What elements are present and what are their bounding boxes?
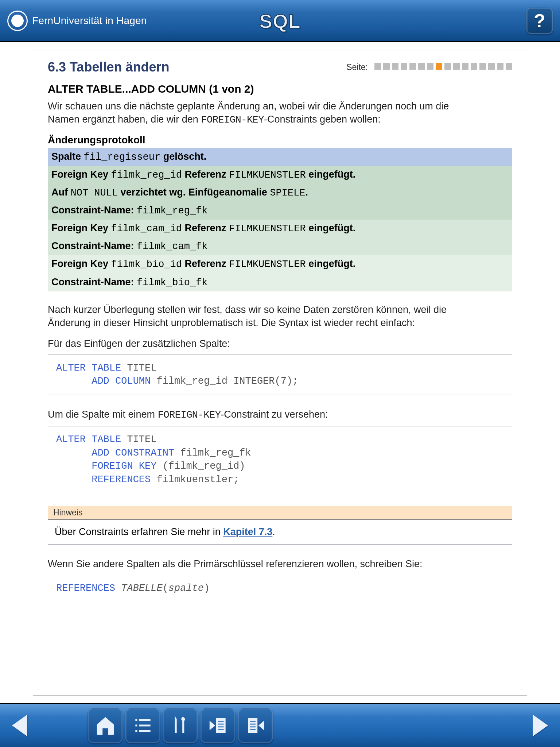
pager-dot[interactable] — [506, 63, 512, 70]
section-number-title: 6.3 Tabellen ändern — [48, 59, 169, 75]
brand-name: FernUniversität in Hagen — [32, 15, 147, 27]
tools-button[interactable] — [163, 708, 198, 743]
change-log-row: Constraint-Name: filmk_bio_fk — [48, 274, 512, 291]
code1-lead: Für das Einfügen der zusätzlichen Spalte… — [48, 337, 478, 350]
change-log-row: Foreign Key filmk_reg_id Referenz FILMKU… — [48, 166, 512, 184]
help-icon: ? — [534, 10, 545, 32]
pager-dot[interactable] — [471, 63, 477, 70]
code-block-1: ALTER TABLE TITEL ADD COLUMN filmk_reg_i… — [48, 355, 512, 395]
change-log-row: Constraint-Name: filmk_cam_fk — [48, 237, 512, 255]
arrow-right-icon — [533, 715, 548, 736]
pager-dot[interactable] — [444, 63, 451, 70]
change-log-row: Constraint-Name: filmk_reg_fk — [48, 202, 512, 220]
hint-label: Hinweis — [48, 506, 512, 520]
mid-paragraph: Nach kurzer Überlegung stellen wir fest,… — [48, 303, 478, 330]
inline-code: FOREIGN-KEY — [201, 115, 264, 125]
hint-body: Über Constraints erfahren Sie mehr in Ka… — [48, 520, 512, 544]
pager-dot[interactable] — [488, 63, 495, 70]
page-left-icon — [207, 714, 229, 737]
page-indicator: Seite: — [346, 62, 512, 72]
tools-icon — [169, 714, 192, 737]
brand-area: FernUniversität in Hagen — [7, 11, 147, 31]
intro-paragraph: Wir schauen uns die nächste geplante Änd… — [48, 100, 478, 127]
pager-dot[interactable] — [462, 63, 468, 70]
pager-dot[interactable] — [392, 63, 398, 70]
code2-lead: Um die Spalte mit einem FOREIGN-KEY-Cons… — [48, 408, 478, 422]
change-log-row: Foreign Key filmk_cam_id Referenz FILMKU… — [48, 220, 512, 237]
next-button[interactable] — [526, 711, 555, 740]
pager-dot[interactable] — [418, 63, 425, 70]
pager-dot[interactable] — [436, 63, 442, 70]
inline-code: FOREIGN-KEY — [158, 410, 221, 421]
change-log-row: Auf NOT NULL verzichtet wg. Einfügeanoma… — [48, 184, 512, 202]
section-title: ALTER TABLE...ADD COLUMN (1 von 2) — [48, 83, 512, 95]
pager-dot[interactable] — [409, 63, 416, 70]
list-icon — [132, 714, 154, 737]
help-button[interactable]: ? — [526, 8, 553, 34]
change-log-row: Foreign Key filmk_bio_id Referenz FILMKU… — [48, 255, 512, 273]
top-bar: FernUniversität in Hagen ? — [0, 0, 560, 42]
page-prev-button[interactable] — [201, 708, 235, 743]
page-content: 6.3 Tabellen ändern Seite: ALTER TABLE..… — [33, 50, 527, 696]
pager-dot[interactable] — [374, 63, 381, 70]
pager-dot[interactable] — [453, 63, 460, 70]
home-icon — [94, 714, 117, 737]
page-indicator-label: Seite: — [346, 62, 368, 72]
page-right-icon — [244, 714, 267, 737]
brand-logo-icon — [7, 11, 28, 31]
page-next-button[interactable] — [238, 708, 273, 743]
arrow-left-icon — [12, 715, 27, 736]
bottom-bar — [0, 703, 560, 747]
pager-dot[interactable] — [479, 63, 486, 70]
pager-dot[interactable] — [497, 63, 503, 70]
hint-link[interactable]: Kapitel 7.3 — [223, 526, 272, 537]
pager-dot[interactable] — [427, 63, 433, 70]
prev-button[interactable] — [5, 711, 34, 740]
code-block-3: REFERENCES TABELLE(spalte) — [48, 575, 512, 602]
home-button[interactable] — [88, 708, 122, 743]
toc-button[interactable] — [125, 708, 160, 743]
change-log: Spalte fil_regisseur gelöscht.Foreign Ke… — [48, 148, 512, 291]
pager-dot[interactable] — [401, 63, 407, 70]
tail-paragraph: Wenn Sie andere Spalten als die Primärsc… — [48, 557, 478, 570]
change-log-row: Spalte fil_regisseur gelöscht. — [48, 148, 512, 166]
hint-box: Hinweis Über Constraints erfahren Sie me… — [48, 506, 512, 545]
code-block-2: ALTER TABLE TITEL ADD CONSTRAINT filmk_r… — [48, 426, 512, 493]
changes-heading: Änderungsprotokoll — [48, 134, 512, 146]
pager-dot[interactable] — [383, 63, 390, 70]
